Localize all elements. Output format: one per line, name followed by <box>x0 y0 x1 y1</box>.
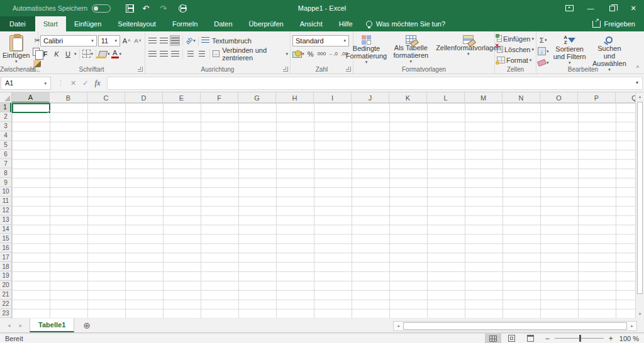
undo-dropdown-icon[interactable]: ▾ <box>150 6 152 11</box>
align-right-button[interactable] <box>170 48 180 59</box>
touch-mode-button[interactable] <box>175 1 190 15</box>
clipboard-dialog-launcher[interactable] <box>31 67 36 72</box>
collapse-ribbon-button[interactable]: ^ <box>636 65 639 71</box>
page-layout-view-button[interactable] <box>504 334 520 343</box>
close-button[interactable]: ✕ <box>623 0 644 16</box>
zoom-out-button[interactable]: − <box>545 334 550 343</box>
sheet-nav-right-icon[interactable]: ▸ <box>19 322 23 329</box>
underline-dropdown-icon[interactable]: ▾ <box>74 52 77 56</box>
row-header-15[interactable]: 15 <box>0 234 11 243</box>
row-header-1[interactable]: 1 <box>0 103 11 112</box>
expand-formula-bar-icon[interactable]: ▾ <box>636 80 638 85</box>
active-cell[interactable] <box>12 103 50 113</box>
scroll-left-icon[interactable]: ◂ <box>394 322 402 330</box>
tab-überprüfen[interactable]: Überprüfen <box>241 16 292 31</box>
customize-qat-button[interactable]: ▾ <box>192 1 208 15</box>
alignment-dialog-launcher[interactable] <box>283 67 288 72</box>
column-header-D[interactable]: D <box>125 92 163 103</box>
name-box[interactable]: A1 ▾ <box>1 77 51 90</box>
vertical-scrollbar-thumb[interactable] <box>637 102 643 294</box>
select-all-button[interactable] <box>0 92 12 103</box>
merge-center-button[interactable]: ↔Verbinden und zentrieren▾ <box>213 48 288 59</box>
percent-style-button[interactable]: % <box>306 48 316 59</box>
zoom-level-label[interactable]: 100 % <box>619 335 639 342</box>
row-header-17[interactable]: 17 <box>0 253 11 262</box>
row-header-6[interactable]: 6 <box>0 150 11 159</box>
formula-input[interactable]: ▾ <box>107 77 643 90</box>
row-header-23[interactable]: 23 <box>0 309 11 318</box>
row-header-10[interactable]: 10 <box>0 187 11 197</box>
ribbon-display-options-button[interactable]: ▴ <box>558 0 580 16</box>
column-header-G[interactable]: G <box>238 92 276 103</box>
add-sheet-button[interactable]: ⊕ <box>83 318 91 332</box>
format-cells-button[interactable]: Format <box>506 57 528 64</box>
fill-button[interactable]: ↓▾ <box>538 46 549 57</box>
paste-dropdown-icon[interactable]: ▾ <box>15 59 18 63</box>
name-box-dropdown-icon[interactable]: ▾ <box>44 81 47 85</box>
tab-seitenlayout[interactable]: Seitenlayout <box>109 16 164 31</box>
grid-body[interactable] <box>12 103 635 318</box>
autosum-button[interactable]: Σ▾ <box>538 35 549 45</box>
tell-me-search[interactable]: Was möchten Sie tun? <box>366 16 445 31</box>
scroll-up-icon[interactable]: ▴ <box>636 92 644 101</box>
delete-cells-button[interactable]: Löschen <box>504 46 531 53</box>
insert-cells-button[interactable]: Einfügen <box>503 35 530 43</box>
minimize-button[interactable]: — <box>580 0 601 16</box>
tab-start[interactable]: Start <box>35 16 66 31</box>
row-header-22[interactable]: 22 <box>0 300 11 309</box>
column-header-N[interactable]: N <box>502 92 540 103</box>
fill-color-button[interactable]: ▾ <box>99 48 110 59</box>
align-left-button[interactable] <box>147 48 157 59</box>
increase-indent-button[interactable] <box>197 48 207 59</box>
share-button[interactable]: Freigeben <box>592 16 635 31</box>
scroll-down-icon[interactable]: ▾ <box>636 310 644 318</box>
tab-daten[interactable]: Daten <box>206 16 240 31</box>
column-header-C[interactable]: C <box>87 92 125 103</box>
horizontal-scrollbar-thumb[interactable] <box>403 322 627 330</box>
save-button[interactable] <box>122 1 137 15</box>
grow-font-button[interactable]: A˄ <box>121 35 131 46</box>
bold-button[interactable]: F <box>40 48 50 59</box>
fill-handle[interactable] <box>48 111 51 114</box>
sheet-tab-tabelle1[interactable]: Tabelle1 <box>30 318 74 332</box>
tab-einfügen[interactable]: Einfügen <box>66 16 109 31</box>
insert-function-button[interactable]: fx <box>94 78 100 88</box>
shrink-font-button[interactable]: A˅ <box>133 35 143 46</box>
row-header-14[interactable]: 14 <box>0 225 11 234</box>
tab-formeln[interactable]: Formeln <box>164 16 206 31</box>
zoom-slider[interactable] <box>555 338 604 339</box>
italic-button[interactable]: K <box>52 48 62 59</box>
row-header-20[interactable]: 20 <box>0 281 11 290</box>
column-header-P[interactable]: P <box>578 92 616 103</box>
align-middle-button[interactable] <box>158 35 169 46</box>
enter-button[interactable]: ✓ <box>82 79 88 87</box>
column-header-E[interactable]: E <box>163 92 201 103</box>
cancel-button[interactable]: ✕ <box>70 79 76 87</box>
column-header-O[interactable]: O <box>540 92 578 103</box>
row-header-19[interactable]: 19 <box>0 271 11 281</box>
align-top-button[interactable] <box>147 35 157 46</box>
column-headers[interactable]: ABCDEFGHIJKLMNOPQ <box>12 92 635 103</box>
row-header-11[interactable]: 11 <box>0 197 11 206</box>
autosave-control[interactable]: Automatisches Speichern <box>13 4 111 13</box>
tab-hilfe[interactable]: Hilfe <box>331 16 361 31</box>
undo-button[interactable]: ↶▾ <box>140 1 155 15</box>
row-header-18[interactable]: 18 <box>0 262 11 271</box>
align-center-button[interactable] <box>158 48 169 59</box>
tab-datei[interactable]: Datei <box>0 16 35 31</box>
wrap-text-button[interactable]: Textumbruch <box>201 35 252 46</box>
row-header-3[interactable]: 3 <box>0 122 11 131</box>
font-size-combo[interactable]: 11▾ <box>98 35 120 46</box>
row-header-2[interactable]: 2 <box>0 112 11 122</box>
column-header-M[interactable]: M <box>465 92 502 103</box>
font-color-button[interactable]: A▾ <box>111 48 122 59</box>
comma-style-button[interactable]: 000 <box>317 48 327 59</box>
scroll-right-icon[interactable]: ▸ <box>628 322 636 330</box>
row-headers[interactable]: 1234567891011121314151617181920212223 <box>0 103 12 318</box>
number-format-combo[interactable]: Standard▾ <box>292 35 349 46</box>
row-header-8[interactable]: 8 <box>0 168 11 178</box>
row-header-9[interactable]: 9 <box>0 178 11 187</box>
row-header-13[interactable]: 13 <box>0 215 11 225</box>
vertical-scrollbar[interactable]: ▴ ▾ <box>635 92 644 318</box>
column-header-J[interactable]: J <box>352 92 389 103</box>
